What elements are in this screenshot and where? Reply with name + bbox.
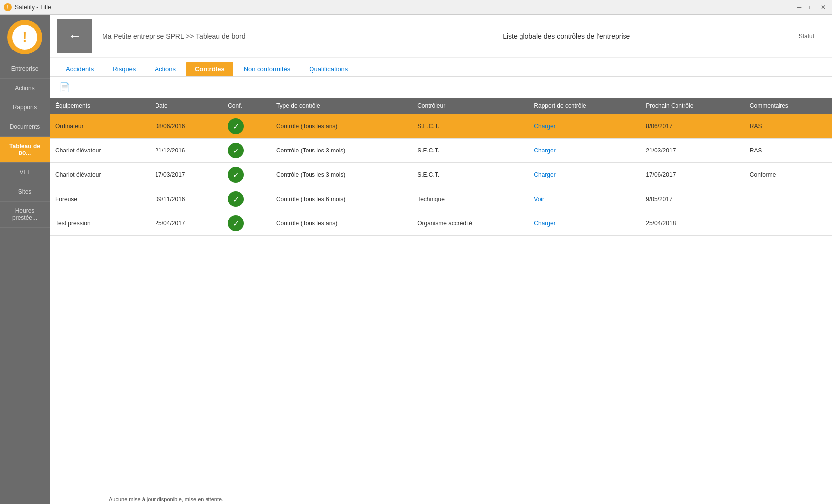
col-date: Date bbox=[149, 98, 222, 114]
cell-equipement: Chariot élévateur bbox=[50, 163, 149, 187]
sidebar-item-entreprise[interactable]: Entreprise bbox=[0, 59, 50, 79]
rapport-link[interactable]: Charger bbox=[534, 171, 555, 178]
cell-type-controle: Contrôle (Tous les 6 mois) bbox=[270, 187, 412, 211]
col-commentaires: Commentaires bbox=[744, 98, 832, 114]
cell-rapport[interactable]: Voir bbox=[528, 187, 640, 211]
cell-prochain: 8/06/2017 bbox=[640, 114, 744, 139]
logo-inner bbox=[12, 25, 37, 50]
cell-prochain: 21/03/2017 bbox=[640, 139, 744, 163]
sidebar-item-sites[interactable]: Sites bbox=[0, 182, 50, 202]
cell-type-controle: Contrôle (Tous les 3 mois) bbox=[270, 163, 412, 187]
tab-non-conformites[interactable]: Non conformités bbox=[235, 62, 299, 76]
cell-date: 21/12/2016 bbox=[149, 139, 222, 163]
document-icon[interactable]: 📄 bbox=[57, 80, 72, 95]
col-type-controle: Type de contrôle bbox=[270, 98, 412, 114]
content-area: ← Ma Petite entreprise SPRL >> Tableau d… bbox=[50, 15, 832, 504]
cell-controleur: S.E.C.T. bbox=[412, 114, 528, 139]
col-prochain: Prochain Contrôle bbox=[640, 98, 744, 114]
cell-equipement: Chariot élévateur bbox=[50, 139, 149, 163]
sidebar-item-tableau[interactable]: Tableau de bo... bbox=[0, 137, 50, 163]
cell-commentaires: Conforme bbox=[744, 163, 832, 187]
rapport-link[interactable]: Charger bbox=[534, 220, 555, 227]
titlebar-title: Safetify - Title bbox=[15, 4, 51, 11]
controls-table: Équipements Date Conf. Type de contrôle … bbox=[50, 98, 832, 236]
check-circle-icon: ✓ bbox=[228, 118, 244, 134]
cell-equipement: Foreuse bbox=[50, 187, 149, 211]
col-rapport: Rapport de contrôle bbox=[528, 98, 640, 114]
minimize-button[interactable]: ─ bbox=[794, 2, 804, 12]
rapport-link[interactable]: Charger bbox=[534, 123, 555, 130]
cell-controleur: S.E.C.T. bbox=[412, 163, 528, 187]
tab-controles[interactable]: Contrôles bbox=[186, 62, 233, 76]
cell-commentaires bbox=[744, 187, 832, 211]
cell-type-controle: Contrôle (Tous les ans) bbox=[270, 211, 412, 236]
status-text: Aucune mise à jour disponible, mise en a… bbox=[109, 496, 223, 502]
cell-prochain: 9/05/2017 bbox=[640, 187, 744, 211]
check-circle-icon: ✓ bbox=[228, 167, 244, 183]
tab-accidents[interactable]: Accidents bbox=[57, 62, 102, 76]
col-controleur: Contrôleur bbox=[412, 98, 528, 114]
cell-rapport[interactable]: Charger bbox=[528, 114, 640, 139]
page-title: Liste globale des contrôles de l'entrepr… bbox=[334, 32, 799, 40]
cell-equipement: Ordinateur bbox=[50, 114, 149, 139]
cell-date: 17/03/2017 bbox=[149, 163, 222, 187]
tabs-bar: Accidents Risques Actions Contrôles Non … bbox=[50, 58, 832, 77]
main-container: Entreprise Actions Rapports Documents Ta… bbox=[0, 15, 832, 504]
tab-actions[interactable]: Actions bbox=[146, 62, 184, 76]
table-row: Chariot élévateur21/12/2016✓Contrôle (To… bbox=[50, 139, 832, 163]
check-circle-icon: ✓ bbox=[228, 143, 244, 158]
titlebar: Safetify - Title ─ □ ✕ bbox=[0, 0, 832, 15]
top-bar: ← Ma Petite entreprise SPRL >> Tableau d… bbox=[50, 15, 832, 58]
sidebar-item-documents[interactable]: Documents bbox=[0, 117, 50, 137]
tab-risques[interactable]: Risques bbox=[104, 62, 144, 76]
close-button[interactable]: ✕ bbox=[818, 2, 828, 12]
maximize-button[interactable]: □ bbox=[806, 2, 816, 12]
cell-conforme: ✓ bbox=[222, 187, 270, 211]
breadcrumb: Ma Petite entreprise SPRL >> Tableau de … bbox=[102, 32, 334, 40]
cell-commentaires: RAS bbox=[744, 139, 832, 163]
sidebar-item-heures[interactable]: Heures prestée... bbox=[0, 202, 50, 228]
cell-controleur: Technique bbox=[412, 187, 528, 211]
sidebar-item-rapports[interactable]: Rapports bbox=[0, 98, 50, 117]
table-row: Test pression25/04/2017✓Contrôle (Tous l… bbox=[50, 211, 832, 236]
cell-conforme: ✓ bbox=[222, 211, 270, 236]
rapport-link[interactable]: Charger bbox=[534, 147, 555, 154]
table-container: Équipements Date Conf. Type de contrôle … bbox=[50, 98, 832, 494]
cell-commentaires bbox=[744, 211, 832, 236]
sidebar: Entreprise Actions Rapports Documents Ta… bbox=[0, 15, 50, 504]
rapport-link[interactable]: Voir bbox=[534, 196, 544, 202]
cell-conforme: ✓ bbox=[222, 139, 270, 163]
table-row: Ordinateur08/06/2016✓Contrôle (Tous les … bbox=[50, 114, 832, 139]
cell-commentaires: RAS bbox=[744, 114, 832, 139]
col-conforme: Conf. bbox=[222, 98, 270, 114]
table-row: Foreuse09/11/2016✓Contrôle (Tous les 6 m… bbox=[50, 187, 832, 211]
cell-conforme: ✓ bbox=[222, 114, 270, 139]
status-bar: Aucune mise à jour disponible, mise en a… bbox=[50, 494, 832, 504]
col-equipements: Équipements bbox=[50, 98, 149, 114]
cell-rapport[interactable]: Charger bbox=[528, 139, 640, 163]
toolbar: 📄 bbox=[50, 77, 832, 98]
app-logo bbox=[7, 20, 42, 54]
check-circle-icon: ✓ bbox=[228, 191, 244, 207]
sidebar-item-actions[interactable]: Actions bbox=[0, 79, 50, 98]
cell-date: 08/06/2016 bbox=[149, 114, 222, 139]
statut-label: Statut bbox=[799, 33, 824, 40]
titlebar-left: Safetify - Title bbox=[4, 3, 51, 11]
cell-equipement: Test pression bbox=[50, 211, 149, 236]
table-row: Chariot élévateur17/03/2017✓Contrôle (To… bbox=[50, 163, 832, 187]
sidebar-item-vlt[interactable]: VLT bbox=[0, 163, 50, 182]
cell-date: 09/11/2016 bbox=[149, 187, 222, 211]
tab-qualifications[interactable]: Qualifications bbox=[301, 62, 356, 76]
back-arrow-icon: ← bbox=[68, 28, 82, 44]
cell-rapport[interactable]: Charger bbox=[528, 211, 640, 236]
cell-prochain: 25/04/2018 bbox=[640, 211, 744, 236]
table-header-row: Équipements Date Conf. Type de contrôle … bbox=[50, 98, 832, 114]
check-circle-icon: ✓ bbox=[228, 215, 244, 231]
cell-rapport[interactable]: Charger bbox=[528, 163, 640, 187]
cell-date: 25/04/2017 bbox=[149, 211, 222, 236]
cell-controleur: Organisme accrédité bbox=[412, 211, 528, 236]
cell-type-controle: Contrôle (Tous les 3 mois) bbox=[270, 139, 412, 163]
titlebar-controls: ─ □ ✕ bbox=[794, 2, 828, 12]
app-icon bbox=[4, 3, 12, 11]
back-button[interactable]: ← bbox=[57, 19, 92, 53]
